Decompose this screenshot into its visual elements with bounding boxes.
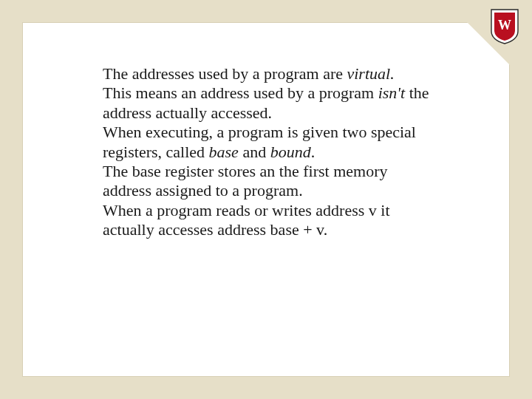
paragraph-1: The addresses used by a program are virt… [103, 64, 432, 83]
text-italic: bound [270, 143, 311, 161]
paragraph-2: This means an address used by a program … [103, 83, 432, 123]
text: and [239, 143, 270, 161]
paragraph-4: The base register stores an the first me… [103, 162, 432, 201]
university-crest-logo: W [491, 9, 519, 44]
text-italic: base [209, 143, 239, 161]
text-italic: isn't [378, 83, 406, 102]
paragraph-3: When executing, a program is given two s… [103, 123, 432, 162]
slide-card: The addresses used by a program are virt… [22, 22, 510, 377]
text: The addresses used by a program are [103, 64, 347, 83]
text: This means an address used by a program [103, 83, 378, 102]
paragraph-5: When a program reads or writes address v… [103, 201, 432, 240]
slide-body: The addresses used by a program are virt… [103, 64, 432, 240]
text: . [311, 143, 316, 161]
logo-letter: W [498, 18, 511, 33]
text-italic: virtual. [347, 64, 394, 83]
